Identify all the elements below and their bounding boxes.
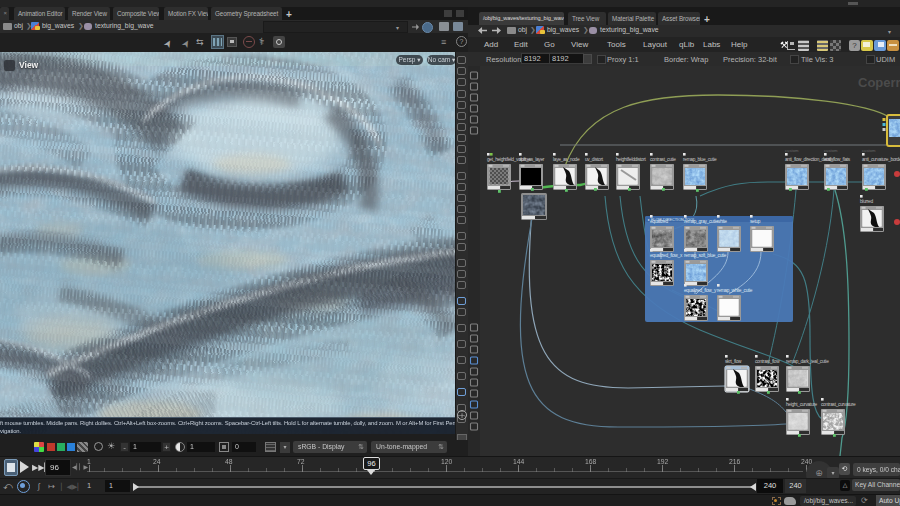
svg-text:contrast_curvature: contrast_curvature — [821, 402, 856, 407]
svg-text:anti_curvature_border: anti_curvature_border — [862, 157, 900, 162]
svg-text:skrt_flow: skrt_flow — [725, 359, 742, 364]
svg-text:remap_soft_blue_cutie: remap_soft_blue_cutie — [684, 253, 727, 258]
svg-text:custom: custom — [824, 148, 838, 153]
svg-text:uv_distort: uv_distort — [585, 157, 604, 162]
svg-text:contrast_flow: contrast_flow — [755, 359, 780, 364]
svg-text:remap_gray_cutie: remap_gray_cutie — [684, 219, 718, 224]
svg-text:height_curvature: height_curvature — [786, 402, 818, 407]
svg-text:remap_blue_cutie: remap_blue_cutie — [683, 157, 717, 162]
svg-text:custom: custom — [862, 148, 876, 153]
svg-text:white: white — [717, 219, 727, 224]
svg-text:setup: setup — [750, 219, 761, 224]
svg-text:Copern: Copern — [858, 75, 900, 90]
svg-text:equalized: equalized — [650, 219, 668, 224]
svg-text:split_as_layer: split_as_layer — [519, 157, 545, 162]
svg-text:equalized_flow_y: equalized_flow_y — [684, 288, 717, 293]
svg-text:anti_flow_flats: anti_flow_flats — [824, 157, 851, 162]
svg-text:equalized_flow_x: equalized_flow_x — [650, 253, 683, 258]
svg-text:laye_as_node: laye_as_node — [553, 157, 580, 162]
svg-text:remap_dark_teal_cutie: remap_dark_teal_cutie — [786, 359, 829, 364]
svg-text:custom: custom — [785, 148, 799, 153]
svg-text:remap_white_cutie: remap_white_cutie — [717, 288, 753, 293]
svg-text:contrast_cutie: contrast_cutie — [650, 157, 676, 162]
svg-text:blurred: blurred — [860, 199, 873, 204]
svg-text:heightfielddistort: heightfielddistort — [616, 157, 646, 162]
